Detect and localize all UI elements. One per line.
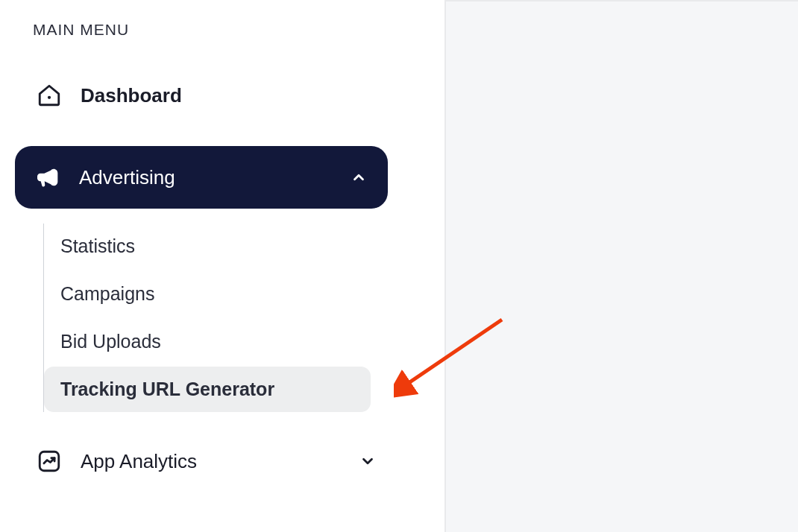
submenu-item-campaigns[interactable]: Campaigns — [44, 271, 444, 317]
submenu-item-label: Bid Uploads — [60, 331, 161, 352]
sidebar-item-label: Dashboard — [81, 84, 182, 107]
sidebar-item-label: Advertising — [79, 166, 351, 189]
main-menu-label: MAIN MENU — [33, 21, 444, 39]
advertising-submenu: Statistics Campaigns Bid Uploads Trackin… — [43, 224, 444, 412]
submenu-item-label: Statistics — [60, 235, 135, 256]
sidebar: MAIN MENU Dashboard Advertising Statisti… — [0, 0, 444, 532]
submenu-item-tracking-url-generator[interactable]: Tracking URL Generator — [44, 367, 371, 412]
content-panel — [444, 0, 798, 532]
svg-point-0 — [48, 96, 51, 99]
chart-icon — [36, 448, 63, 475]
submenu-item-bid-uploads[interactable]: Bid Uploads — [44, 319, 444, 364]
sidebar-item-dashboard[interactable]: Dashboard — [33, 82, 444, 109]
chevron-down-icon — [359, 453, 376, 469]
chevron-up-icon — [351, 169, 367, 186]
submenu-item-label: Tracking URL Generator — [60, 379, 274, 399]
sidebar-item-advertising[interactable]: Advertising — [15, 146, 388, 209]
sidebar-item-app-analytics[interactable]: App Analytics — [33, 448, 376, 475]
home-icon — [36, 82, 63, 109]
submenu-item-statistics[interactable]: Statistics — [44, 224, 444, 269]
submenu-item-label: Campaigns — [60, 283, 154, 304]
megaphone-icon — [33, 164, 60, 191]
sidebar-item-label: App Analytics — [81, 450, 359, 473]
